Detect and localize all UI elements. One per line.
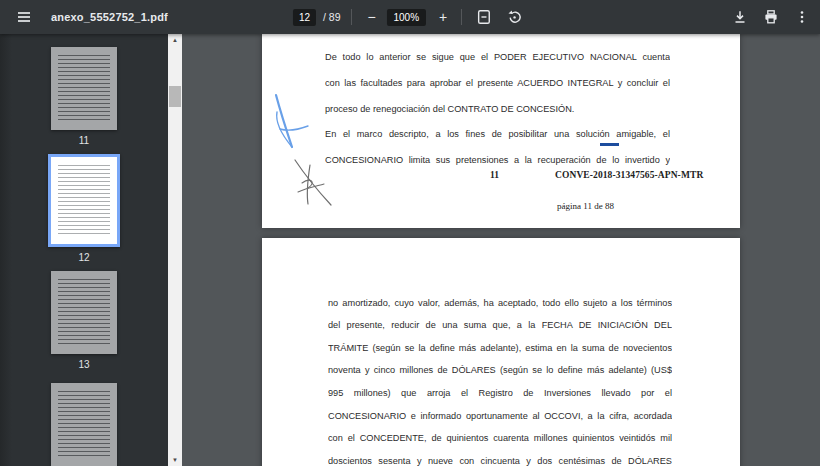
fit-page-icon: [476, 9, 492, 25]
print-icon: [763, 9, 779, 25]
thumbnail-label-11: 11: [79, 134, 89, 148]
toolbar-left-group: anexo_5552752_1.pdf: [0, 5, 168, 29]
toolbar-divider: [350, 9, 351, 25]
toolbar-right-group: [728, 5, 820, 29]
download-button[interactable]: [728, 5, 752, 29]
page11-line: con las facultades para aprobar el prese…: [325, 77, 670, 90]
footer-reference-code: CONVE-2018-31347565-APN-MTR: [555, 170, 703, 180]
rotate-ccw-icon: [507, 9, 523, 25]
thumbnail-page-11[interactable]: [51, 47, 117, 130]
page12-line: del presente, reducir de una suma que, a…: [328, 319, 672, 332]
thumbnail-page-13[interactable]: [51, 271, 117, 354]
page12-line: no amortizado, cuyo valor, además, ha ac…: [328, 297, 672, 310]
fit-page-button[interactable]: [472, 5, 496, 29]
more-options-button[interactable]: [790, 5, 814, 29]
page-count-label: / 89: [323, 11, 341, 23]
zoom-out-button[interactable]: −: [361, 6, 379, 28]
menu-button[interactable]: [12, 5, 36, 29]
page12-line: CONCESIONARIO e informado oportunamente …: [328, 410, 672, 423]
scrollbar-thumb[interactable]: [169, 86, 181, 107]
more-vert-icon: [794, 9, 810, 25]
footer-page-number: 11: [490, 170, 499, 180]
zoom-in-button[interactable]: +: [433, 6, 451, 28]
page11-line: CONCESIONARIO limita sus pretensiones a …: [325, 154, 670, 167]
thumbnail-page-12-selected[interactable]: [48, 154, 120, 247]
page12-line: TRÁMITE (según se la define más adelante…: [328, 342, 672, 355]
document-viewport[interactable]: De todo lo anterior se sigue que el PODE…: [182, 34, 820, 466]
thumbnail-page-14[interactable]: [51, 383, 117, 466]
page12-line: con el CONCEDENTE, de quinientos cuarent…: [328, 432, 672, 445]
document-title: anexo_5552752_1.pdf: [51, 11, 168, 23]
pdf-viewer-window: anexo_5552752_1.pdf / 89 − 100% +: [0, 0, 820, 466]
page11-line: proceso de renegociación del CONTRATO DE…: [325, 103, 670, 116]
scroll-up-arrow-icon[interactable]: ▲: [168, 34, 182, 46]
page11-line: De todo lo anterior se sigue que el PODE…: [325, 51, 670, 64]
toolbar-center-group: / 89 − 100% +: [293, 5, 527, 29]
toolbar-divider: [461, 9, 462, 25]
sidebar-scrollbar[interactable]: ▲ ▼: [168, 34, 182, 466]
page-number-input[interactable]: [293, 9, 316, 26]
print-button[interactable]: [759, 5, 783, 29]
page11-line: En el marco descripto, a los fines de po…: [325, 128, 670, 141]
pdf-toolbar: anexo_5552752_1.pdf / 89 − 100% +: [0, 0, 820, 34]
page12-line: 995 millones) que arroja el Registro de …: [328, 387, 672, 400]
hamburger-icon: [16, 9, 32, 25]
page12-line: noventa y cinco millones de DÓLARES (seg…: [328, 364, 672, 377]
thumbnail-label-12: 12: [78, 251, 89, 265]
link-underline-mark: [600, 143, 619, 146]
download-icon: [732, 9, 748, 25]
zoom-level: 100%: [386, 9, 426, 26]
page12-line: doscientos sesenta y nueve con cincuenta…: [328, 455, 672, 466]
thumbnail-label-13: 13: [78, 358, 89, 372]
footer-page-label: página 11 de 88: [557, 201, 614, 211]
pdf-page-12: no amortizado, cuyo valor, además, ha ac…: [262, 238, 740, 466]
scroll-down-arrow-icon[interactable]: ▼: [168, 454, 182, 466]
thumbnail-panel: 11 12 13: [0, 34, 168, 466]
pdf-page-11: De todo lo anterior se sigue que el PODE…: [262, 34, 740, 228]
rotate-button[interactable]: [503, 5, 527, 29]
